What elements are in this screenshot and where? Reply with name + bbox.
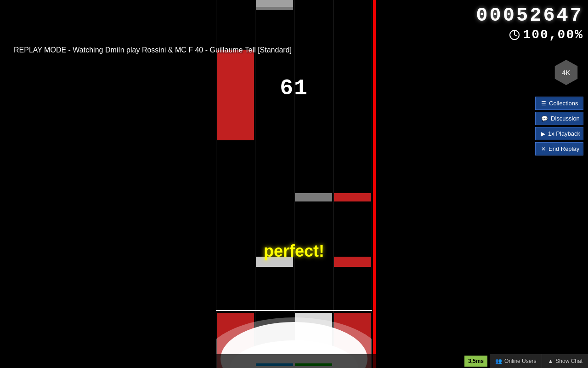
online-users-label: Online Users [504,358,536,364]
accuracy-icon [509,29,520,40]
end-replay-label: End Replay [548,145,579,152]
badge-4k: 4K [554,60,579,85]
discussion-label: Discussion [551,115,580,122]
chat-icon: ▲ [548,358,553,364]
show-chat-button[interactable]: ▲ Show Chat [542,354,588,368]
perfect-text: perfect! [264,242,324,261]
bottom-bar: 3,5ms 👥 Online Users ▲ Show Chat [0,354,588,368]
playback-label: 1x Playback [548,130,580,137]
combo-number: 61 [280,76,308,101]
end-replay-button[interactable]: ✕ End Replay [535,142,583,155]
playback-button[interactable]: ▶ 1x Playback [535,127,583,140]
replay-mode-text: REPLAY MODE - Watching DmiIn play Rossin… [14,46,292,54]
collections-label: Collections [549,100,578,107]
svg-rect-3 [256,0,293,7]
svg-line-19 [514,35,517,36]
badge-label: 4K [562,69,571,76]
playback-icon: ▶ [541,131,545,137]
hexagon-badge: 4K [554,60,579,85]
collections-button[interactable]: ☰ Collections [535,97,583,110]
discussion-icon: 💬 [541,115,548,122]
side-buttons: ☰ Collections 💬 Discussion ▶ 1x Playback… [535,97,583,155]
score-number: 00052647 [476,5,583,27]
svg-rect-5 [334,193,371,201]
accuracy-display: 100,00% [476,28,583,42]
collections-icon: ☰ [541,100,546,107]
game-canvas [216,0,372,368]
discussion-button[interactable]: 💬 Discussion [535,112,583,125]
online-users-button[interactable]: 👥 Online Users [490,354,542,368]
end-replay-icon: ✕ [541,146,546,152]
online-users-icon: 👥 [495,358,502,364]
accuracy-text: 100,00% [523,28,583,42]
show-chat-label: Show Chat [555,358,582,364]
latency-badge: 3,5ms [464,356,487,367]
score-display: 00052647 100,00% [476,5,583,42]
svg-rect-4 [295,193,332,201]
svg-rect-6 [334,257,371,267]
red-edge-line [373,0,376,368]
svg-rect-0 [217,60,254,140]
